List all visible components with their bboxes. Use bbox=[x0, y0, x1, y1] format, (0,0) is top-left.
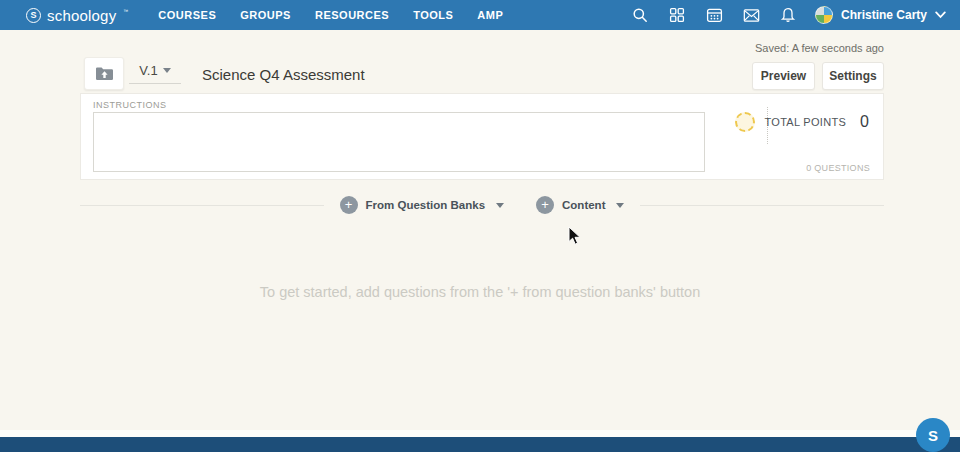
version-label: V.1 bbox=[139, 63, 157, 78]
messages-icon[interactable] bbox=[743, 7, 760, 24]
nav-item-amp[interactable]: AMP bbox=[477, 9, 503, 21]
caret-down-icon bbox=[496, 203, 504, 208]
avatar bbox=[815, 6, 833, 24]
folder-up-icon bbox=[95, 66, 114, 81]
instructions-input[interactable] bbox=[93, 112, 705, 172]
add-from-question-banks-label: From Question Banks bbox=[366, 199, 486, 211]
total-points: TOTAL POINTS 0 bbox=[764, 113, 869, 131]
add-from-question-banks-button[interactable]: + From Question Banks bbox=[340, 196, 505, 214]
support-fab[interactable]: S bbox=[916, 418, 950, 452]
saved-status: Saved: A few seconds ago bbox=[755, 42, 884, 54]
nav-item-groups[interactable]: GROUPS bbox=[240, 9, 291, 21]
preview-button[interactable]: Preview bbox=[752, 62, 815, 90]
instructions-label: INSTRUCTIONS bbox=[93, 100, 167, 110]
chevron-down-icon bbox=[935, 11, 946, 19]
version-dropdown[interactable]: V.1 bbox=[129, 63, 181, 84]
questions-count: 0 QUESTIONS bbox=[806, 163, 870, 173]
nav-item-tools[interactable]: TOOLS bbox=[413, 9, 453, 21]
apps-grid-icon[interactable] bbox=[669, 7, 686, 24]
schoology-logo[interactable]: S schoology ™ bbox=[26, 7, 128, 24]
nav-item-resources[interactable]: RESOURCES bbox=[315, 9, 389, 21]
main-nav: COURSES GROUPS RESOURCES TOOLS AMP bbox=[158, 9, 503, 21]
add-row: + From Question Banks + Content bbox=[80, 196, 884, 214]
total-points-label: TOTAL POINTS bbox=[764, 116, 846, 128]
plus-icon: + bbox=[340, 196, 358, 214]
logo-text: schoology bbox=[47, 7, 116, 24]
caret-down-icon bbox=[163, 68, 171, 73]
empty-state-message: To get started, add questions from the '… bbox=[0, 284, 960, 300]
add-content-button[interactable]: + Content bbox=[536, 196, 624, 214]
assessment-title[interactable]: Science Q4 Assessment bbox=[202, 66, 365, 83]
footer-strip bbox=[0, 430, 960, 437]
nav-item-courses[interactable]: COURSES bbox=[158, 9, 216, 21]
plus-icon: + bbox=[536, 196, 554, 214]
footer-bar bbox=[0, 437, 960, 452]
trademark-mark: ™ bbox=[123, 8, 128, 14]
divider-line bbox=[640, 205, 884, 206]
add-content-label: Content bbox=[562, 199, 605, 211]
assessment-summary-card: INSTRUCTIONS TOTAL POINTS 0 0 QUESTIONS bbox=[80, 93, 884, 180]
nav-icons bbox=[632, 7, 797, 24]
top-navbar: S schoology ™ COURSES GROUPS RESOURCES T… bbox=[0, 0, 960, 30]
search-icon[interactable] bbox=[632, 7, 649, 24]
settings-button[interactable]: Settings bbox=[822, 62, 884, 90]
export-folder-button[interactable] bbox=[84, 57, 124, 90]
calendar-icon[interactable] bbox=[706, 7, 723, 24]
caret-down-icon bbox=[616, 203, 624, 208]
notifications-bell-icon[interactable] bbox=[780, 7, 797, 24]
total-points-value: 0 bbox=[860, 113, 869, 131]
mouse-cursor bbox=[568, 226, 583, 247]
user-menu[interactable]: Christine Carty bbox=[815, 6, 946, 24]
page: S schoology ™ COURSES GROUPS RESOURCES T… bbox=[0, 0, 960, 452]
points-progress-circle bbox=[735, 112, 755, 132]
divider-line bbox=[80, 205, 324, 206]
schoology-logo-icon: S bbox=[26, 8, 41, 23]
user-name: Christine Carty bbox=[841, 8, 927, 22]
